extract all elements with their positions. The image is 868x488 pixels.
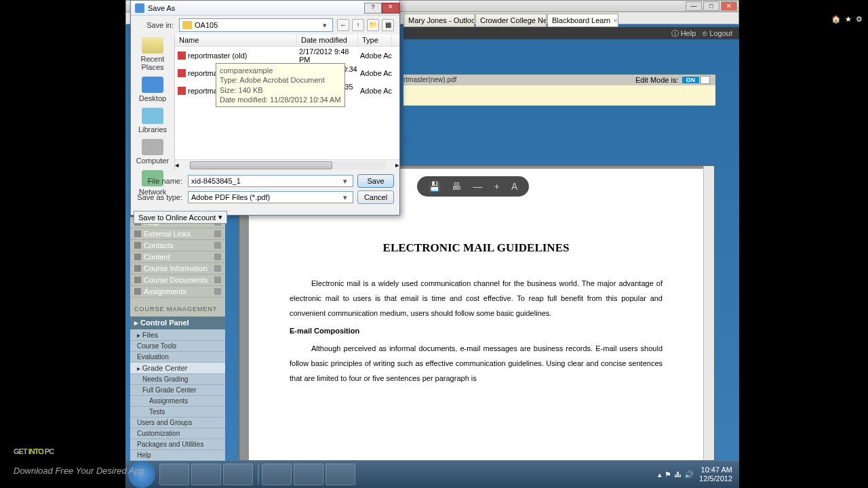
sidebar-item-content[interactable]: Content [130,251,225,263]
folder-icon [182,21,192,29]
breadcrumb-bar [403,85,715,106]
tab-crowder[interactable]: Crowder College Neosho ... [475,14,547,27]
dialog-titlebar[interactable]: Save As ? ✕ [131,1,399,16]
nav-newfolder-button[interactable]: 📁 [367,19,379,31]
nav-view-button[interactable]: ▦ [382,19,394,31]
tab-close-icon[interactable]: × [613,16,617,24]
saveastype-label: Save as type: [136,193,182,201]
edit-mode-box[interactable] [701,76,710,84]
savein-dropdown[interactable]: OA105 ▾ [179,18,333,32]
cp-course-tools[interactable]: Course Tools [130,341,225,352]
taskbar-clock[interactable]: 10:47 AM 12/5/2012 [699,466,732,483]
course-management-header: COURSE MANAGEMENT [130,298,225,317]
place-recent[interactable]: Recent Places [132,37,173,71]
nav-back-button[interactable]: ← [337,19,349,31]
save-button[interactable]: Save [357,174,394,188]
sidebar-item-course-docs[interactable]: Course Documents [130,274,225,286]
places-bar: Recent Places Desktop Libraries Computer… [131,35,175,170]
taskbar-app-1[interactable] [262,464,292,485]
course-sidebar: Help External Links Contacts Content Cou… [130,217,225,461]
file-tooltip: comparexample Type: Adobe Acrobat Docume… [216,63,345,107]
taskbar-app-2[interactable] [294,464,323,485]
dialog-app-icon [135,3,144,13]
tray-sound-icon[interactable]: 🔊 [684,470,694,479]
taskbar-explorer[interactable] [191,464,221,485]
cp-evaluation[interactable]: Evaluation [130,352,225,363]
cp-needs-grading[interactable]: Needs Grading [130,374,225,385]
scroll-right-icon[interactable]: ▸ [395,161,399,169]
file-list-hscroll[interactable]: ◂ ▸ [175,159,399,170]
sidebar-item-assignments[interactable]: Assignments [130,286,225,298]
gear-icon[interactable]: ⚙ [856,15,863,24]
cp-grade-center[interactable]: ▸ Grade Center [130,363,225,374]
logout-link[interactable]: ⎋ Logout [703,29,732,37]
place-desktop[interactable]: Desktop [132,77,173,102]
taskbar-media[interactable] [223,464,253,485]
pdf-subheading: E-mail Composition [290,323,663,338]
savein-label: Save in: [136,21,174,29]
system-tray: ▴ ⚑ 🖧 🔊 10:47 AM 12/5/2012 [658,466,736,483]
attached-file-link[interactable]: en [403,136,412,145]
tray-up-icon[interactable]: ▴ [658,470,662,479]
cp-assignments[interactable]: Assignments [130,396,225,407]
sidebar-item-course-info[interactable]: Course Information [130,263,225,274]
pdf-paragraph-1: Electronic mail is a widely used communi… [290,276,663,321]
pdf-print-icon[interactable]: 🖶 [452,181,461,192]
cancel-button[interactable]: Cancel [357,190,394,204]
cp-files[interactable]: ▸ Files [130,329,225,341]
tray-network-icon[interactable]: 🖧 [674,470,682,479]
col-date[interactable]: Date modified [297,35,358,46]
pdf-scrollbar[interactable] [703,166,714,460]
sidebar-item-external-links[interactable]: External Links [130,228,225,240]
saveastype-dropdown[interactable]: Adobe PDF Files (*.pdf)▾ [188,191,353,203]
dialog-help-button[interactable]: ? [364,3,382,14]
help-link[interactable]: ⓘ Help [671,28,696,39]
filename-label: File name: [136,177,182,185]
home-icon[interactable]: 🏠 [831,15,841,24]
pdf-paragraph-2: Although perceived as informal documents… [290,341,663,386]
pdf-toolbar: 💾 🖶 — + A [417,176,529,197]
content-path: rtmaster(new).pdf [403,76,456,83]
taskbar: ▴ ⚑ 🖧 🔊 10:47 AM 12/5/2012 [125,461,739,488]
taskbar-app-3[interactable] [326,464,355,485]
sidebar-item-contacts[interactable]: Contacts [130,240,225,251]
dialog-close-button[interactable]: ✕ [382,3,399,14]
place-computer[interactable]: Computer [132,139,173,165]
close-button[interactable]: ✕ [721,1,737,11]
filename-input[interactable]: xid-8453845_1▾ [188,175,353,187]
star-icon[interactable]: ★ [845,15,852,24]
cp-users-groups[interactable]: Users and Groups [130,418,225,428]
maximize-button[interactable]: □ [703,1,719,11]
edit-mode-toggle[interactable]: ON [682,77,700,83]
cp-packages[interactable]: Packages and Utilities [130,439,225,450]
watermark-tagline: Download Free Your Desired App [14,466,144,476]
cp-help[interactable]: Help [130,450,225,461]
tray-flag-icon[interactable]: ⚑ [665,470,671,479]
edit-mode-label: Edit Mode is: [635,76,679,84]
dialog-title: Save As [148,4,175,12]
cp-customization[interactable]: Customization [130,428,225,439]
pdf-save-icon[interactable]: 💾 [429,181,440,192]
scroll-left-icon[interactable]: ◂ [175,161,179,169]
pdf-file-icon [178,69,186,77]
cp-full-grade-center[interactable]: Full Grade Center [130,385,225,396]
tab-outlook[interactable]: Mary Jones - Outlook Web... [403,14,475,27]
nav-up-button[interactable]: ↑ [352,19,364,31]
save-online-button[interactable]: Save to Online Account ▾ [134,211,227,224]
pdf-zoom-out-icon[interactable]: — [473,181,482,192]
taskbar-ie[interactable] [159,464,189,485]
tab-blackboard[interactable]: Blackboard Learn× [547,14,618,27]
pdf-adobe-icon[interactable]: A [511,181,517,192]
control-panel-header[interactable]: ▸ Control Panel [130,317,225,329]
chevron-down-icon: ▾ [320,21,330,30]
place-libraries[interactable]: Libraries [132,108,173,134]
file-list[interactable]: Name Date modified Type reportmaster (ol… [175,35,399,170]
col-name[interactable]: Name [175,35,297,46]
file-row[interactable]: reportmaster (old)2/17/2012 9:48 PMAdobe… [175,47,399,64]
col-type[interactable]: Type [358,35,392,46]
pdf-file-icon [178,87,186,95]
minimize-button[interactable]: — [686,1,702,11]
scroll-thumb[interactable] [190,161,332,169]
cp-tests[interactable]: Tests [130,407,225,418]
pdf-zoom-in-icon[interactable]: + [494,181,499,192]
